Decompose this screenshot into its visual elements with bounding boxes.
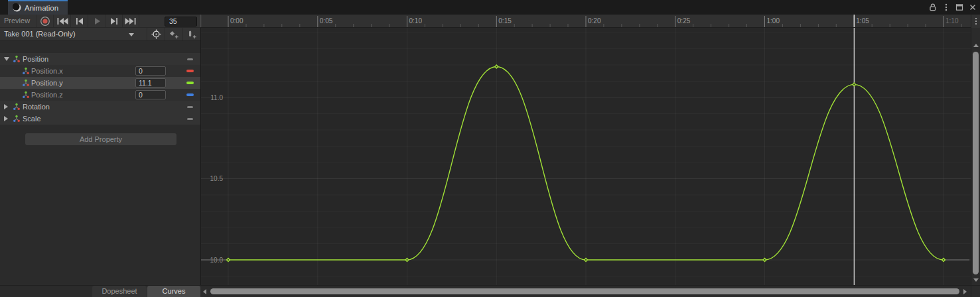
window-controls	[927, 2, 978, 13]
tab-animation[interactable]: Animation	[8, 0, 68, 15]
property-label: Position.y	[31, 77, 63, 89]
transform-icon	[13, 103, 21, 111]
svg-text:0:20: 0:20	[588, 17, 601, 25]
curve-color-indicator	[186, 93, 194, 96]
preview-toggle[interactable]: Preview	[0, 15, 36, 27]
horizontal-scroll-thumb[interactable]	[210, 288, 959, 294]
curve-color-indicator	[187, 106, 193, 108]
kebab-dots-icon	[975, 18, 977, 25]
property-row-position[interactable]: Position	[0, 53, 200, 65]
curve-editor-area[interactable]: 11.010.510.0	[200, 28, 971, 285]
scrollbar-corner	[971, 286, 980, 297]
scroll-left-arrow[interactable]	[203, 289, 206, 294]
add-property-button[interactable]: Add Property	[25, 133, 176, 145]
scroll-down-arrow[interactable]	[973, 278, 979, 282]
disclosure-triangle-icon[interactable]	[4, 57, 9, 61]
keyframe-center	[853, 84, 855, 85]
svg-text:11.0: 11.0	[210, 94, 223, 101]
property-label: Rotation	[23, 101, 50, 113]
svg-text:0:00: 0:00	[230, 17, 244, 25]
property-row-position-y[interactable]: Position.y11.1	[0, 77, 200, 89]
tab-curves[interactable]: Curves	[147, 286, 200, 297]
keyframe-center	[406, 259, 407, 261]
disclosure-triangle-icon[interactable]	[4, 116, 8, 121]
ruler-corner-menu[interactable]	[971, 15, 980, 28]
kebab-menu-icon[interactable]	[940, 2, 951, 13]
add-event-button[interactable]	[182, 28, 200, 40]
transform-icon	[22, 91, 30, 99]
disclosure-triangle-icon[interactable]	[4, 104, 8, 109]
scroll-right-arrow[interactable]	[963, 289, 967, 294]
bottom-bar: DopesheetCurves	[0, 285, 980, 297]
curve-color-indicator	[187, 58, 193, 60]
vertical-scrollbar	[971, 15, 980, 285]
property-value-field[interactable]: 0	[135, 90, 166, 99]
tab-title: Animation	[25, 4, 58, 12]
transform-icon	[22, 67, 30, 75]
property-list: PositionPosition.x0Position.y11.1Positio…	[0, 41, 200, 285]
keyframe-center	[585, 259, 587, 261]
animation-clock-icon	[13, 3, 21, 13]
transform-icon	[22, 79, 30, 87]
property-row-rotation[interactable]: Rotation	[0, 101, 200, 113]
svg-text:0:10: 0:10	[409, 17, 423, 25]
next-key-button[interactable]	[105, 15, 122, 27]
animation-window: Animation Preview 35 Take 001 (Read-Only…	[0, 0, 980, 297]
curve-color-indicator	[186, 70, 194, 72]
svg-text:1:10: 1:10	[945, 17, 959, 25]
property-row-position-z[interactable]: Position.z0	[0, 89, 200, 101]
current-frame-field[interactable]: 35	[165, 17, 197, 27]
keyframe-center	[228, 259, 229, 261]
property-row-scale[interactable]: Scale	[0, 113, 200, 125]
svg-text:0:15: 0:15	[498, 17, 512, 25]
svg-text:1:05: 1:05	[856, 17, 869, 25]
timeline-ruler[interactable]: 0:000:050:100:150:200:251:001:051:10	[200, 15, 971, 28]
property-value-field[interactable]: 0	[135, 66, 166, 76]
clip-dropdown[interactable]: Take 001 (Read-Only)	[0, 28, 141, 41]
svg-text:10.5: 10.5	[210, 175, 224, 182]
view-tabs: DopesheetCurves	[0, 286, 200, 297]
chevron-down-icon	[129, 33, 134, 36]
svg-text:0:25: 0:25	[677, 17, 691, 25]
tab-dopesheet[interactable]: Dopesheet	[92, 286, 147, 297]
clip-toolbar: Take 001 (Read-Only)	[0, 28, 200, 41]
crosshair-circle-button[interactable]	[147, 28, 165, 40]
keyframe-center	[496, 66, 497, 67]
svg-text:0:05: 0:05	[320, 17, 333, 25]
play-button[interactable]	[88, 15, 105, 27]
go-to-first-key-button[interactable]	[53, 15, 70, 27]
unlock-icon[interactable]	[927, 2, 938, 13]
property-label: Position	[23, 53, 48, 65]
property-label: Position.z	[31, 89, 63, 101]
property-value-field[interactable]: 11.1	[135, 78, 166, 88]
add-keyframe-button[interactable]	[165, 28, 182, 40]
vertical-scroll-thumb[interactable]	[973, 52, 979, 274]
scroll-up-arrow[interactable]	[973, 44, 979, 47]
transform-icon	[13, 115, 21, 123]
maximize-icon[interactable]	[953, 2, 965, 13]
curve-color-indicator	[187, 118, 193, 120]
close-icon[interactable]	[967, 2, 978, 13]
svg-text:1:00: 1:00	[767, 17, 780, 25]
property-label: Position.x	[31, 65, 63, 77]
curve-color-indicator	[186, 82, 194, 84]
property-row-position-x[interactable]: Position.x0	[0, 65, 200, 77]
keyframe-center	[943, 259, 944, 261]
record-button[interactable]	[36, 15, 53, 27]
keyframe-center	[764, 259, 765, 261]
window-tab-bar: Animation	[0, 0, 980, 15]
transform-icon	[13, 55, 21, 63]
go-to-last-key-button[interactable]	[122, 15, 139, 27]
clip-name: Take 001 (Read-Only)	[4, 28, 76, 40]
property-label: Scale	[23, 113, 41, 125]
previous-key-button[interactable]	[70, 15, 88, 27]
